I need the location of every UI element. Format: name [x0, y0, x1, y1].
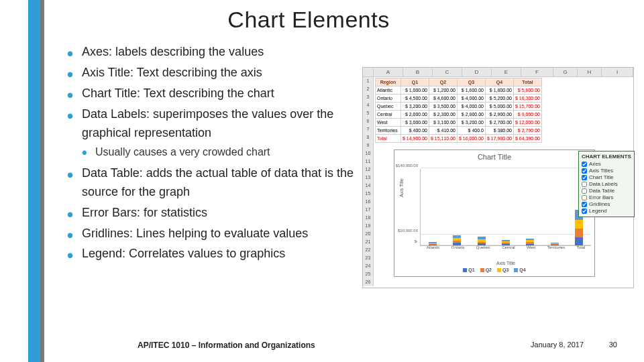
- chart-element-option[interactable]: Chart Title: [582, 174, 631, 180]
- table-header: Q3: [457, 78, 485, 86]
- chart-element-option[interactable]: Gridlines: [582, 201, 631, 207]
- chart-elements-panel: CHART ELEMENTS AxesAxis TitlesChart Titl…: [578, 151, 635, 217]
- excel-screenshot: A B C D E F G H I 1234567891011121314151…: [362, 67, 634, 288]
- chart-plot-area: Axis Title Axis Title $-$20,000.00$140,0…: [420, 169, 591, 246]
- table-header: Q1: [401, 78, 429, 86]
- slide-content: Chart Elements Axes: labels describing t…: [60, 7, 362, 265]
- table-header: Q4: [485, 78, 513, 86]
- checkbox[interactable]: [582, 208, 587, 214]
- chart-element-option[interactable]: Axis Titles: [582, 168, 631, 174]
- col-header: D: [462, 68, 492, 76]
- chart-title: Chart Title: [394, 153, 594, 161]
- embedded-chart: Chart Title + ✎ ▾ Axis Title Axis Title …: [394, 149, 595, 277]
- bullet-list: Axes: labels describing the values Axis …: [60, 43, 362, 263]
- col-header: F: [521, 68, 553, 76]
- slide-title: Chart Elements: [34, 7, 584, 33]
- col-header: G: [553, 68, 578, 76]
- y-axis-label: Axis Title: [399, 178, 404, 197]
- chart-element-option[interactable]: Data Table: [582, 188, 631, 194]
- chart-element-option[interactable]: Legend: [582, 208, 631, 214]
- table-header: Q2: [429, 78, 457, 86]
- table-header: Region: [376, 78, 401, 86]
- checkbox[interactable]: [582, 168, 587, 174]
- excel-column-headers: A B C D E F G H I: [363, 68, 633, 77]
- data-table: Region Q1 Q2 Q3 Q4 Total Atlantic$ 1,000…: [375, 78, 542, 143]
- footer-page-number: 30: [609, 341, 617, 349]
- checkbox[interactable]: [582, 175, 587, 180]
- table-row: Territories$ 400.00$ 410.00$ 400.0$ 380.…: [376, 127, 542, 135]
- bullet-item: Gridlines: Lines helping to evaluate val…: [67, 225, 362, 243]
- panel-title: CHART ELEMENTS: [582, 154, 631, 160]
- bullet-item: Axes: labels describing the values: [67, 43, 362, 62]
- checkbox[interactable]: [582, 182, 587, 187]
- legend-item: Q2: [486, 267, 492, 272]
- table-row: West$ 3,000.00$ 3,100.00$ 3,200.00$ 2,70…: [376, 119, 542, 127]
- chart-element-option[interactable]: Error Bars: [582, 194, 631, 200]
- table-row: Atlantic$ 1,000.00$ 1,200.00$ 1,600.00$ …: [376, 86, 542, 95]
- checkbox[interactable]: [582, 188, 587, 194]
- table-row: Ontario$ 4,500.00$ 4,600.00$ 4,000.00$ 5…: [376, 95, 542, 103]
- table-row: Central$ 2,000.00$ 2,300.00$ 2,800.00$ 2…: [376, 111, 542, 119]
- bullet-item: Data Table: adds the actual table of dat…: [67, 164, 362, 202]
- slide-accent-bar: [28, 0, 40, 362]
- bullet-item: Error Bars: for statistics: [67, 204, 362, 223]
- legend-item: Q3: [502, 267, 508, 272]
- bullet-item: Data Labels: superimposes the values ove…: [67, 105, 362, 143]
- bullet-item: Legend: Correlates values to graphics: [67, 245, 362, 263]
- chart-element-option[interactable]: Data Labels: [582, 181, 631, 187]
- col-header: I: [602, 68, 633, 76]
- slide-accent-shadow: [40, 0, 44, 362]
- excel-sheet-area: Region Q1 Q2 Q3 Q4 Total Atlantic$ 1,000…: [374, 77, 633, 286]
- col-header: B: [403, 68, 433, 76]
- table-header: Total: [513, 78, 541, 86]
- chart-element-option[interactable]: Axes: [582, 161, 631, 167]
- chart-legend: Q1 Q2 Q3 Q4: [394, 267, 594, 272]
- checkbox[interactable]: [582, 202, 587, 207]
- col-header: C: [433, 68, 462, 76]
- x-axis-label: Axis Title: [421, 261, 591, 265]
- col-header: A: [374, 68, 403, 76]
- bullet-item: Axis Title: Text describing the axis: [67, 64, 362, 82]
- legend-item: Q1: [468, 267, 474, 272]
- col-header: E: [492, 68, 521, 76]
- excel-row-numbers: 1234567891011121314151617181920212223242…: [363, 77, 374, 286]
- sub-bullet-list: Usually causes a very crowded chart: [67, 145, 362, 160]
- checkbox[interactable]: [582, 195, 587, 200]
- legend-item: Q4: [519, 267, 525, 272]
- sub-bullet-item: Usually causes a very crowded chart: [82, 145, 362, 160]
- footer-course: AP/ITEC 1010 – Information and Organizat…: [138, 341, 315, 350]
- col-header: H: [578, 68, 602, 76]
- table-row: Quebec$ 3,200.00$ 3,500.00$ 4,000.00$ 5,…: [376, 103, 542, 111]
- checkbox[interactable]: [582, 162, 587, 167]
- bullet-item: Chart Title: Text describing the chart: [67, 84, 362, 103]
- footer-date: January 8, 2017: [531, 341, 584, 349]
